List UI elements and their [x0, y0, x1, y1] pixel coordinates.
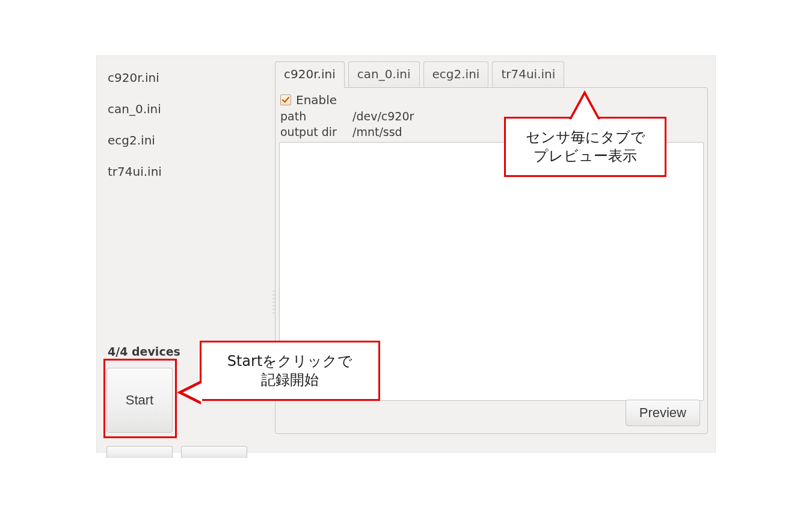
- enable-label: Enable: [296, 93, 337, 107]
- callout-text: Startをクリックで: [227, 352, 353, 371]
- callout-start-pointer: [183, 383, 202, 402]
- callout-tabs: センサ毎にタブで プレビュー表示: [504, 117, 666, 177]
- callout-text: 記録開始: [261, 371, 319, 389]
- tab-ecg2[interactable]: ecg2.ini: [423, 61, 489, 87]
- kv-value: /mnt/ssd: [352, 125, 402, 138]
- check-icon: [281, 96, 290, 104]
- callout-text: プレビュー表示: [534, 147, 637, 166]
- tab-c920r[interactable]: c920r.ini: [275, 61, 345, 88]
- sidebar-item-ecg2[interactable]: ecg2.ini: [108, 127, 260, 158]
- preview-button[interactable]: Preview: [626, 400, 700, 426]
- start-button[interactable]: Start: [106, 368, 173, 433]
- kv-value: /dev/c920r: [352, 110, 414, 123]
- callout-start: Startをクリックで 記録開始: [200, 341, 380, 401]
- sidebar-item-tr74ui[interactable]: tr74ui.ini: [108, 158, 260, 190]
- devices-status: 4/4 devices: [108, 345, 180, 358]
- enable-row: Enable: [275, 88, 707, 108]
- callout-tabs-pointer: [571, 95, 598, 119]
- sidebar-item-can0[interactable]: can_0.ini: [108, 96, 260, 127]
- kv-key: output dir: [280, 125, 352, 138]
- tabbar: c920r.ini can_0.ini ecg2.ini tr74ui.ini: [275, 61, 708, 87]
- tab-can0[interactable]: can_0.ini: [348, 61, 420, 87]
- extra-button-2[interactable]: [181, 446, 247, 458]
- tab-tr74ui[interactable]: tr74ui.ini: [492, 61, 564, 87]
- extra-button-1[interactable]: [106, 446, 173, 458]
- extra-buttons-row: [106, 446, 247, 458]
- sidebar-item-c920r[interactable]: c920r.ini: [108, 64, 260, 96]
- callout-text: センサ毎にタブで: [526, 128, 645, 147]
- enable-checkbox[interactable]: [280, 94, 291, 105]
- kv-key: path: [280, 110, 352, 123]
